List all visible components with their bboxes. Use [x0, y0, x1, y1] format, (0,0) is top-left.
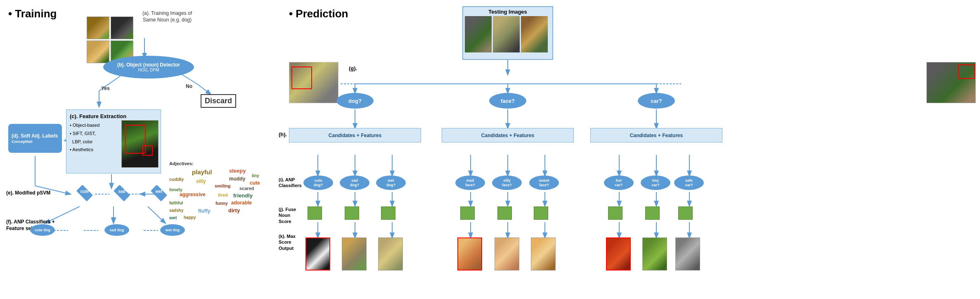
dog-query-oval: dog? — [336, 93, 374, 109]
wc-adorable: adorable — [231, 200, 252, 206]
train-img-2 — [111, 17, 133, 39]
face-candidates-box: Candidates + Features — [442, 128, 574, 142]
wc-dirty: dirty — [228, 207, 240, 214]
detector-oval: (b). Object (noun) Detector HOG, DPM — [103, 56, 194, 78]
green-sq-hot-car — [608, 206, 623, 220]
testing-title: Testing Images — [465, 9, 551, 15]
wc-wet: wet — [169, 215, 177, 220]
i-label: (i). ANPClassifiers — [279, 177, 303, 189]
anp-hot-car-pred: hotcar? — [604, 176, 634, 190]
green-sq-sad-dog — [345, 206, 359, 220]
anp-wet-dog-pred: wetdog? — [376, 176, 406, 190]
wc-scared: scared — [239, 186, 254, 191]
face-query-oval: face? — [489, 93, 526, 109]
green-sq-safe-car — [678, 206, 693, 220]
green-sq-sweet-face — [534, 206, 548, 220]
wc-aggressive: aggressive — [180, 192, 206, 197]
output-img-wet-dog — [378, 237, 403, 271]
car-query-oval: car? — [638, 93, 675, 109]
sad-label: sad — [109, 189, 134, 194]
wc-silly: silly — [196, 178, 206, 184]
train-img-1 — [87, 17, 109, 39]
sad-diamond: sad — [109, 186, 134, 200]
anp-cute-dog: cute dog — [30, 224, 55, 236]
output-img-mad-face — [457, 237, 482, 271]
wc-sadshy: sadshy — [169, 208, 183, 213]
anp-silly-face-pred: sillyface? — [492, 176, 522, 190]
dog-candidates-label: Candidates + Features — [329, 133, 381, 138]
svg-line-4 — [198, 85, 211, 94]
wc-cuddly: cuddly — [169, 177, 184, 182]
pred-right-img — [926, 62, 976, 103]
cute-diamond: cute — [72, 186, 97, 200]
training-title: • Training — [8, 7, 57, 20]
pred-left-red-rect — [291, 66, 312, 89]
anp-mad-face-pred: madface? — [455, 176, 485, 190]
svg-line-21 — [148, 206, 165, 223]
soft-adj-sub: ConceptNet — [12, 140, 33, 144]
wc-fluffy: fluffy — [198, 208, 210, 214]
anp-sweet-face-pred: sweetface? — [529, 176, 559, 190]
output-img-cute-dog — [305, 237, 330, 271]
test-img-3 — [521, 16, 548, 52]
output-img-tiny-car — [642, 237, 667, 271]
wc-smiling: smiling — [215, 183, 231, 188]
word-cloud: playful sleepy tiny muddy cute cuddly si… — [169, 168, 264, 223]
feature-extraction-box: (c). Feature Extraction • Object-based •… — [66, 109, 161, 173]
wc-funny: funny — [215, 201, 228, 206]
anp-sad-dog-pred: saddog? — [340, 176, 369, 190]
word-cloud-container: Adjectives: playful sleepy tiny muddy cu… — [169, 161, 264, 223]
soft-adj-box: (d). Soft Adj. Labels ConceptNet — [8, 124, 62, 153]
prediction-panel: • Prediction Testing Images (g). — [285, 4, 976, 295]
anp-sad-dog: sad dog — [104, 224, 129, 236]
feature-dog-img — [121, 120, 159, 168]
car-candidates-box: Candidates + Features — [590, 128, 722, 142]
detector-sub: HOG, DPM — [138, 68, 159, 72]
dog-candidates-box: Candidates + Features — [289, 128, 421, 142]
green-sq-cute-dog — [308, 206, 322, 220]
test-img-1 — [465, 16, 492, 52]
prediction-title: • Prediction — [289, 7, 348, 20]
output-img-hot-car — [606, 237, 631, 271]
main-container: • Training (a). Training Images of Same … — [0, 0, 980, 299]
car-candidates-label: Candidates + Features — [630, 133, 683, 138]
wet-diamond: wet — [147, 186, 171, 200]
adjectives-label: Adjectives: — [169, 161, 264, 166]
pred-left-img — [289, 62, 339, 103]
green-sq-silly-face — [497, 206, 512, 220]
face-candidates-label: Candidates + Features — [481, 133, 534, 138]
train-img-3 — [87, 40, 109, 63]
wc-friendly: friendly — [233, 192, 253, 199]
testing-imgs-row — [465, 16, 551, 52]
psvm-label: (e). Modified pSVM — [6, 190, 60, 196]
cute-label: cute — [72, 189, 97, 194]
wc-cute: cute — [250, 180, 260, 186]
test-img-2 — [493, 16, 520, 52]
wet-label: wet — [147, 189, 171, 194]
testing-images-box: Testing Images — [462, 6, 553, 60]
feature-title: (c). Feature Extraction — [70, 113, 157, 119]
g-label: (g). — [349, 65, 357, 71]
detector-label: (b). Object (noun) Detector — [117, 62, 180, 68]
green-sq-tiny-car — [645, 206, 660, 220]
green-sq-wet-dog — [381, 206, 395, 220]
wc-tired: tired — [218, 192, 228, 197]
anp-wet-dog: wet dog — [160, 224, 185, 236]
svg-text:No: No — [186, 83, 192, 89]
output-img-safe-car — [675, 237, 700, 271]
discard-box: Discard — [201, 94, 236, 108]
wc-faithful: faithful — [169, 201, 183, 205]
wc-muddy: muddy — [229, 176, 245, 182]
output-img-sad-dog — [342, 237, 367, 271]
wc-sleepy: sleepy — [229, 168, 246, 174]
green-sq-mad-face — [460, 206, 475, 220]
caption-a: (a). Training Images of Same Noun (e.g. … — [140, 10, 194, 23]
output-img-sweet-face — [531, 237, 556, 271]
anp-tiny-car-pred: tinycar? — [641, 176, 670, 190]
wc-happy: happy — [184, 215, 196, 220]
svg-line-1 — [99, 74, 124, 91]
output-img-silly-face — [495, 237, 519, 271]
red-rect-inner — [142, 145, 153, 156]
training-panel: • Training (a). Training Images of Same … — [4, 4, 285, 295]
soft-adj-title: (d). Soft Adj. Labels — [12, 133, 58, 139]
